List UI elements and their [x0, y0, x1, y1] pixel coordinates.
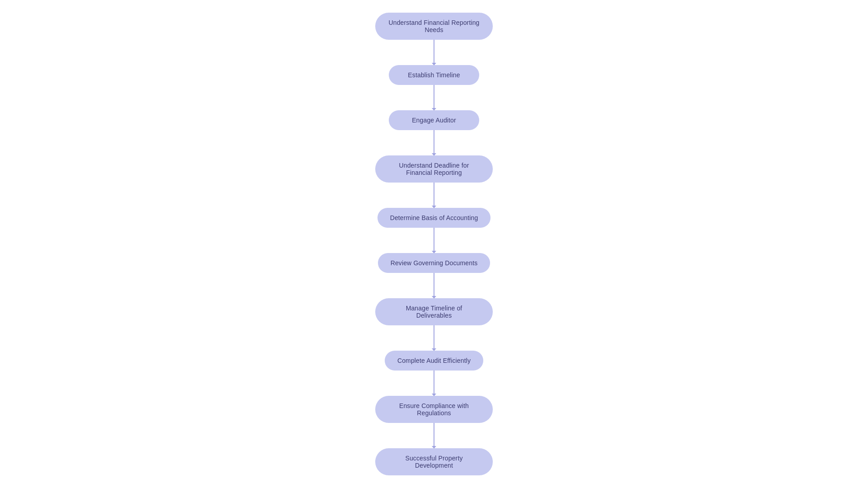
node-4[interactable]: Understand Deadline for Financial Report…	[375, 155, 493, 183]
connector-1	[434, 40, 434, 65]
connector-7	[434, 325, 434, 351]
connector-4	[434, 183, 434, 208]
flowchart: Understand Financial Reporting NeedsEsta…	[344, 0, 524, 488]
node-1[interactable]: Understand Financial Reporting Needs	[375, 13, 493, 40]
node-7[interactable]: Manage Timeline of Deliverables	[375, 298, 493, 325]
node-10[interactable]: Successful Property Development	[375, 448, 493, 475]
connector-6	[434, 273, 434, 298]
connector-5	[434, 228, 434, 253]
connector-8	[434, 371, 434, 396]
connector-3	[434, 130, 434, 155]
node-2[interactable]: Establish Timeline	[389, 65, 479, 85]
connector-9	[434, 423, 434, 448]
node-5[interactable]: Determine Basis of Accounting	[377, 208, 491, 228]
node-9[interactable]: Ensure Compliance with Regulations	[375, 396, 493, 423]
node-6[interactable]: Review Governing Documents	[378, 253, 491, 273]
node-3[interactable]: Engage Auditor	[389, 110, 479, 130]
connector-2	[434, 85, 434, 110]
node-8[interactable]: Complete Audit Efficiently	[385, 351, 483, 371]
